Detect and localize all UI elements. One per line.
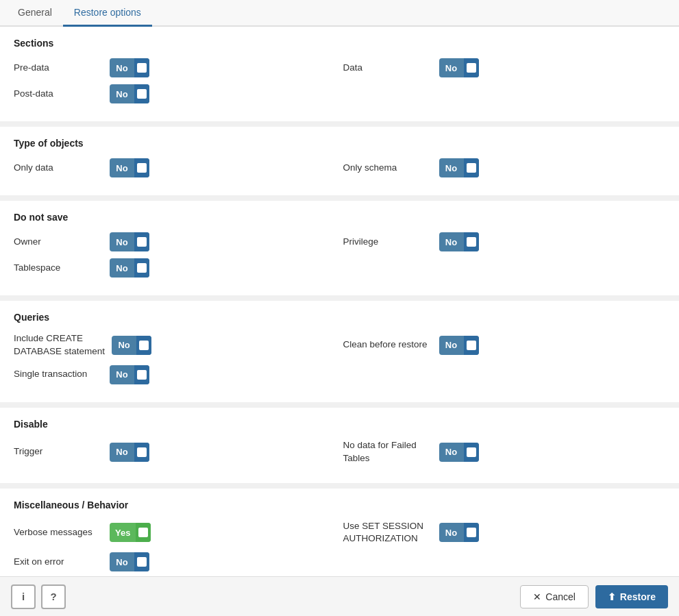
- field-pre-data: Pre-dataNo: [14, 58, 336, 77]
- section-title-do-not-save: Do not save: [14, 212, 665, 223]
- toggle-only-schema[interactable]: No: [439, 158, 479, 177]
- section-sections: SectionsPre-dataNoDataNoPost-dataNo: [0, 27, 679, 121]
- section-title-sections: Sections: [14, 38, 665, 49]
- toggle-label-data: No: [439, 63, 464, 73]
- info-button[interactable]: i: [11, 584, 36, 609]
- field-label-verbose-messages: Verbose messages: [14, 526, 103, 539]
- row-sections-0: Pre-dataNoDataNo: [14, 58, 665, 77]
- section-queries: QueriesInclude CREATEDATABASE statementN…: [0, 301, 679, 402]
- field-label-include-create-db: Include CREATEDATABASE statement: [14, 332, 105, 358]
- toggle-switch-include-create-db: [136, 336, 151, 355]
- toggle-verbose-messages[interactable]: Yes: [110, 523, 151, 542]
- row-queries-1: Single transactionNo: [14, 365, 665, 384]
- toggle-clean-before-restore[interactable]: No: [439, 336, 479, 355]
- cancel-icon: ✕: [533, 591, 541, 602]
- content-area: SectionsPre-dataNoDataNoPost-dataNoType …: [0, 27, 679, 576]
- restore-icon: ⬆: [608, 591, 616, 602]
- restore-button[interactable]: ⬆ Restore: [595, 585, 668, 608]
- toggle-no-data-failed-tables[interactable]: No: [439, 443, 479, 462]
- footer: i ? ✕ Cancel ⬆ Restore: [0, 576, 679, 616]
- toggle-tablespace[interactable]: No: [110, 258, 149, 278]
- section-disable: DisableTriggerNoNo data for FailedTables…: [0, 408, 679, 483]
- footer-left: i ?: [11, 584, 66, 609]
- toggle-switch-verbose-messages: [136, 523, 151, 542]
- row-do-not-save-1: TablespaceNo: [14, 258, 665, 278]
- field-data: DataNo: [343, 58, 666, 77]
- row-type-of-objects-0: Only dataNoOnly schemaNo: [14, 158, 665, 177]
- field-include-create-db: Include CREATEDATABASE statementNo: [14, 332, 336, 358]
- toggle-post-data[interactable]: No: [110, 84, 149, 103]
- field-label-tablespace: Tablespace: [14, 262, 103, 275]
- footer-right: ✕ Cancel ⬆ Restore: [520, 585, 668, 608]
- row-miscellaneous-behavior-1: Exit on errorNo: [14, 552, 665, 571]
- field-label-only-data: Only data: [14, 162, 103, 175]
- toggle-label-use-set-session-authorization: No: [439, 528, 464, 538]
- cancel-label: Cancel: [545, 591, 576, 602]
- tabs-bar: General Restore options: [0, 0, 679, 27]
- field-no-data-failed-tables: No data for FailedTablesNo: [343, 439, 666, 465]
- toggle-use-set-session-authorization[interactable]: No: [439, 523, 479, 542]
- section-title-miscellaneous-behavior: Miscellaneous / Behavior: [14, 500, 665, 510]
- toggle-label-trigger: No: [110, 447, 134, 457]
- toggle-label-clean-before-restore: No: [439, 340, 464, 350]
- section-title-type-of-objects: Type of objects: [14, 138, 665, 149]
- field-label-single-transaction: Single transaction: [14, 368, 103, 381]
- toggle-label-post-data: No: [110, 89, 134, 99]
- section-miscellaneous-behavior: Miscellaneous / BehaviorVerbose messages…: [0, 489, 679, 576]
- row-queries-0: Include CREATEDATABASE statementNoClean …: [14, 332, 665, 358]
- toggle-switch-only-data: [134, 158, 149, 177]
- field-only-data: Only dataNo: [14, 158, 336, 177]
- toggle-switch-owner: [134, 232, 149, 251]
- field-label-trigger: Trigger: [14, 445, 103, 458]
- toggle-label-tablespace: No: [110, 263, 134, 273]
- section-title-disable: Disable: [14, 419, 665, 430]
- toggle-switch-data: [464, 58, 479, 77]
- field-label-use-set-session-authorization: Use SET SESSIONAUTHORIZATION: [343, 520, 432, 546]
- toggle-label-verbose-messages: Yes: [110, 528, 136, 538]
- toggle-privilege[interactable]: No: [439, 232, 479, 251]
- toggle-data[interactable]: No: [439, 58, 479, 77]
- tab-general[interactable]: General: [7, 0, 63, 27]
- field-use-set-session-authorization: Use SET SESSIONAUTHORIZATIONNo: [343, 520, 666, 546]
- toggle-include-create-db[interactable]: No: [112, 336, 151, 355]
- section-type-of-objects: Type of objectsOnly dataNoOnly schemaNo: [0, 127, 679, 195]
- toggle-label-only-data: No: [110, 163, 134, 173]
- toggle-switch-trigger: [134, 443, 149, 462]
- help-button[interactable]: ?: [41, 584, 66, 609]
- field-label-only-schema: Only schema: [343, 162, 432, 175]
- toggle-pre-data[interactable]: No: [110, 58, 149, 77]
- tab-restore-options[interactable]: Restore options: [63, 0, 152, 27]
- field-clean-before-restore: Clean before restoreNo: [343, 332, 666, 358]
- field-owner: OwnerNo: [14, 232, 336, 251]
- toggle-switch-clean-before-restore: [464, 336, 479, 355]
- field-label-no-data-failed-tables: No data for FailedTables: [343, 439, 432, 465]
- toggle-only-data[interactable]: No: [110, 158, 149, 177]
- toggle-label-exit-on-error: No: [110, 557, 134, 567]
- toggle-single-transaction[interactable]: No: [110, 365, 149, 384]
- restore-label: Restore: [620, 591, 656, 602]
- toggle-owner[interactable]: No: [110, 232, 149, 251]
- row-sections-1: Post-dataNo: [14, 84, 665, 103]
- field-tablespace: TablespaceNo: [14, 258, 336, 278]
- toggle-switch-exit-on-error: [134, 552, 149, 571]
- toggle-exit-on-error[interactable]: No: [110, 552, 149, 571]
- field-label-data: Data: [343, 62, 432, 75]
- field-verbose-messages: Verbose messagesYes: [14, 520, 336, 546]
- toggle-switch-use-set-session-authorization: [464, 523, 479, 542]
- toggle-label-single-transaction: No: [110, 369, 134, 380]
- row-disable-0: TriggerNoNo data for FailedTablesNo: [14, 439, 665, 465]
- toggle-label-owner: No: [110, 237, 134, 247]
- field-only-schema: Only schemaNo: [343, 158, 666, 177]
- row-miscellaneous-behavior-0: Verbose messagesYesUse SET SESSIONAUTHOR…: [14, 520, 665, 546]
- toggle-label-privilege: No: [439, 237, 464, 247]
- section-title-queries: Queries: [14, 312, 665, 323]
- cancel-button[interactable]: ✕ Cancel: [520, 585, 589, 608]
- field-exit-on-error: Exit on errorNo: [14, 552, 336, 571]
- field-label-post-data: Post-data: [14, 88, 103, 101]
- field-label-pre-data: Pre-data: [14, 62, 103, 75]
- toggle-switch-pre-data: [134, 58, 149, 77]
- toggle-label-only-schema: No: [439, 163, 464, 173]
- toggle-trigger[interactable]: No: [110, 443, 149, 462]
- field-trigger: TriggerNo: [14, 439, 336, 465]
- section-do-not-save: Do not saveOwnerNoPrivilegeNoTablespaceN…: [0, 201, 679, 295]
